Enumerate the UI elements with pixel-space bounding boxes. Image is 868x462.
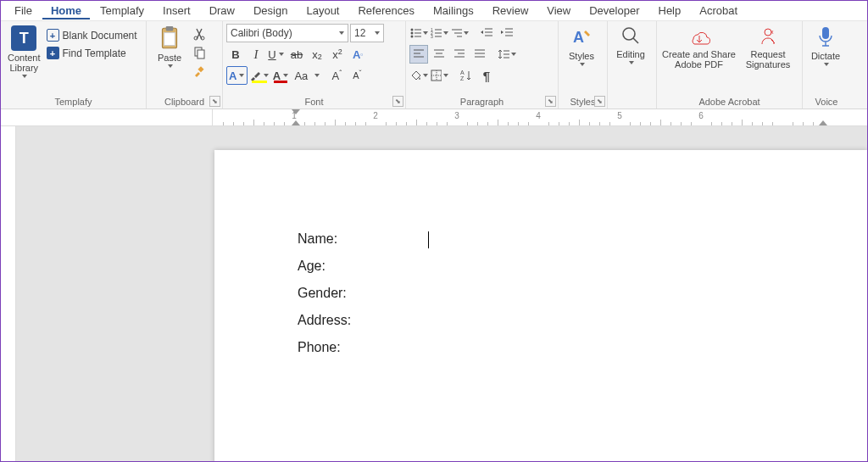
numbering-button[interactable]: 123 bbox=[430, 24, 448, 42]
ruler-margin bbox=[1, 109, 213, 125]
styles-button[interactable]: A Styles bbox=[562, 24, 601, 68]
content-library-button[interactable]: T Content Library bbox=[4, 24, 44, 80]
borders-icon bbox=[430, 69, 442, 82]
sort-button[interactable]: AZ bbox=[457, 66, 476, 85]
request-signatures-button[interactable]: x Request Signatures bbox=[737, 24, 798, 71]
group-clipboard-label: Clipboard bbox=[150, 96, 219, 108]
tab-layout[interactable]: Layout bbox=[298, 2, 348, 19]
align-right-button[interactable] bbox=[450, 45, 469, 64]
sort-icon: AZ bbox=[459, 69, 473, 82]
italic-button[interactable]: I bbox=[247, 45, 265, 64]
ruler-number: 5 bbox=[617, 111, 622, 120]
align-center-button[interactable] bbox=[430, 45, 448, 64]
font-name-select[interactable]: Calibri (Body) bbox=[226, 24, 348, 42]
borders-button[interactable] bbox=[430, 66, 448, 85]
tab-review[interactable]: Review bbox=[484, 2, 537, 19]
line-spacing-button[interactable] bbox=[498, 45, 516, 64]
scissors-icon bbox=[192, 27, 206, 41]
superscript-button[interactable]: x2 bbox=[328, 45, 347, 64]
svg-point-8 bbox=[411, 29, 414, 31]
svg-rect-2 bbox=[164, 33, 175, 46]
editing-button[interactable]: Editing bbox=[611, 24, 650, 66]
right-indent-marker[interactable] bbox=[819, 120, 827, 125]
doc-line[interactable]: Name: bbox=[298, 231, 867, 247]
create-pdf-button[interactable]: Create and Share Adobe PDF bbox=[660, 24, 737, 71]
tab-file[interactable]: File bbox=[6, 2, 41, 19]
chevron-down-icon bbox=[314, 74, 320, 77]
show-marks-button[interactable]: ¶ bbox=[477, 66, 496, 85]
find-template-button[interactable]: + Find Template bbox=[44, 45, 140, 61]
tab-view[interactable]: View bbox=[538, 2, 579, 19]
tab-acrobat[interactable]: Acrobat bbox=[691, 2, 746, 19]
ruler-number: 2 bbox=[373, 111, 378, 120]
paragraph-dialog-launcher[interactable]: ⬊ bbox=[545, 96, 556, 107]
shading-button[interactable] bbox=[409, 66, 428, 85]
doc-line[interactable]: Address: bbox=[298, 313, 867, 328]
subscript-button[interactable]: x2 bbox=[308, 45, 326, 64]
blank-document-label: Blank Document bbox=[63, 30, 137, 42]
page-container: Name: Age: Gender: Address: Phone: bbox=[18, 126, 867, 461]
change-case-button[interactable]: Aa bbox=[292, 66, 310, 85]
align-left-button[interactable] bbox=[409, 45, 428, 64]
copy-button[interactable] bbox=[191, 44, 208, 61]
microphone-icon bbox=[816, 25, 835, 49]
decrease-indent-button[interactable] bbox=[477, 24, 496, 42]
grow-font-button[interactable]: Aˆ bbox=[327, 66, 346, 85]
tab-templafy[interactable]: Templafy bbox=[92, 2, 153, 19]
editing-label: Editing bbox=[616, 49, 645, 59]
doc-line[interactable]: Age: bbox=[298, 259, 867, 274]
tab-references[interactable]: References bbox=[349, 2, 422, 19]
horizontal-ruler[interactable]: 123456 bbox=[1, 109, 867, 126]
bullets-icon bbox=[409, 26, 421, 40]
vertical-ruler[interactable] bbox=[1, 126, 16, 461]
tab-home[interactable]: Home bbox=[42, 2, 90, 19]
doc-line[interactable]: Gender: bbox=[298, 286, 867, 301]
svg-rect-1 bbox=[166, 26, 174, 31]
blank-document-button[interactable]: + Blank Document bbox=[44, 27, 140, 43]
tab-insert[interactable]: Insert bbox=[154, 2, 199, 19]
chevron-down-icon bbox=[443, 31, 448, 35]
tab-design[interactable]: Design bbox=[245, 2, 296, 19]
tab-developer[interactable]: Developer bbox=[581, 2, 648, 19]
group-font-label: Font bbox=[226, 96, 402, 108]
chevron-down-icon bbox=[283, 74, 288, 77]
strikethrough-button[interactable]: ab bbox=[287, 45, 306, 64]
font-dialog-launcher[interactable]: ⬊ bbox=[392, 96, 403, 107]
font-style-button[interactable]: A bbox=[226, 66, 248, 85]
magnifier-icon bbox=[620, 25, 641, 47]
svg-rect-6 bbox=[198, 50, 204, 58]
tab-mailings[interactable]: Mailings bbox=[425, 2, 482, 19]
doc-line[interactable]: Phone: bbox=[298, 340, 867, 355]
styles-dialog-launcher[interactable]: ⬊ bbox=[594, 96, 605, 107]
dictate-button[interactable]: Dictate bbox=[806, 24, 845, 68]
svg-text:3: 3 bbox=[431, 34, 433, 39]
chevron-down-icon bbox=[824, 63, 829, 66]
highlight-button[interactable] bbox=[249, 66, 270, 85]
svg-rect-54 bbox=[822, 27, 829, 39]
underline-button[interactable]: U bbox=[267, 45, 286, 64]
justify-button[interactable] bbox=[470, 45, 489, 64]
font-size-select[interactable]: 12 bbox=[350, 24, 384, 42]
text-effects-button[interactable]: A▫ bbox=[348, 45, 367, 64]
cut-button[interactable] bbox=[191, 25, 208, 42]
paste-button[interactable]: Paste bbox=[150, 24, 189, 70]
shrink-font-button[interactable]: Aˇ bbox=[348, 66, 366, 85]
increase-indent-button[interactable] bbox=[498, 24, 516, 42]
format-painter-button[interactable] bbox=[191, 63, 208, 80]
tab-help[interactable]: Help bbox=[650, 2, 690, 19]
ruler-number: 3 bbox=[454, 111, 459, 120]
font-color-button[interactable]: A bbox=[271, 66, 290, 85]
clipboard-dialog-launcher[interactable]: ⬊ bbox=[209, 96, 220, 107]
ruler-number: 1 bbox=[292, 111, 297, 120]
group-font: Calibri (Body) 12 B I bbox=[223, 21, 406, 109]
content-library-label: Content Library bbox=[8, 53, 41, 73]
multilevel-list-button[interactable] bbox=[450, 24, 469, 42]
group-templafy-label: Templafy bbox=[4, 96, 142, 108]
bold-button[interactable]: B bbox=[226, 45, 245, 64]
hanging-indent-marker[interactable] bbox=[292, 120, 300, 125]
group-paragraph: 123 bbox=[406, 21, 559, 109]
bullets-button[interactable] bbox=[409, 24, 428, 42]
tab-draw[interactable]: Draw bbox=[201, 2, 243, 19]
document-page[interactable]: Name: Age: Gender: Address: Phone: bbox=[214, 150, 867, 462]
group-voice: Dictate Voice bbox=[803, 21, 850, 109]
